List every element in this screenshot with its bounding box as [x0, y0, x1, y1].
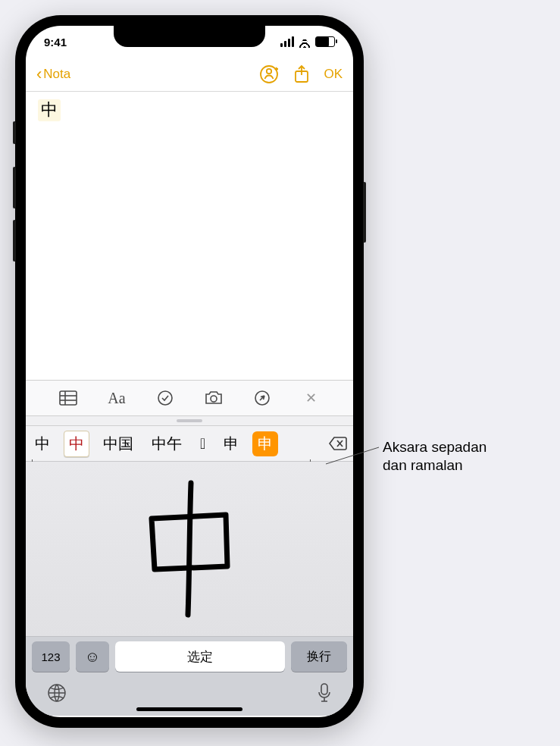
- numbers-key[interactable]: 123: [32, 641, 70, 672]
- done-button[interactable]: OK: [324, 67, 343, 82]
- note-editor[interactable]: 中: [26, 92, 353, 380]
- candidate-1[interactable]: 中: [64, 431, 89, 457]
- space-key[interactable]: 选定: [115, 641, 285, 672]
- camera-icon: [204, 390, 224, 406]
- share-icon: [293, 64, 310, 84]
- nav-bar: ‹ Nota: [26, 58, 353, 92]
- candidate-2[interactable]: 中国: [99, 431, 138, 457]
- callout-line-1: Aksara sepadan: [383, 438, 486, 456]
- close-toolbar-button[interactable]: ✕: [300, 387, 321, 409]
- globe-key[interactable]: [47, 683, 67, 706]
- svg-rect-5: [60, 391, 77, 405]
- collaborate-button[interactable]: [260, 64, 280, 84]
- share-button[interactable]: [293, 64, 310, 84]
- note-text: 中: [38, 99, 61, 121]
- camera-button[interactable]: [203, 387, 224, 409]
- power-button: [363, 182, 366, 243]
- battery-icon: [315, 36, 335, 47]
- candidate-4[interactable]: 𠀐: [196, 432, 210, 456]
- text-format-button[interactable]: Aa: [106, 387, 127, 409]
- keyboard-grabber[interactable]: [26, 416, 353, 426]
- status-time: 9:41: [44, 36, 67, 49]
- mic-icon: [317, 682, 332, 704]
- return-key[interactable]: 换行: [291, 641, 347, 672]
- checklist-icon: [157, 390, 174, 406]
- checklist-button[interactable]: [155, 387, 176, 409]
- wifi-icon: [299, 36, 311, 48]
- home-indicator[interactable]: [136, 707, 242, 711]
- volume-up-button: [13, 167, 16, 208]
- callout-line-2: dan ramalan: [383, 456, 486, 475]
- svg-point-0: [267, 69, 271, 74]
- globe-icon: [47, 683, 67, 703]
- backspace-button[interactable]: [327, 433, 349, 454]
- svg-rect-15: [321, 684, 327, 694]
- close-icon: ✕: [305, 390, 317, 406]
- candidate-5[interactable]: 申: [219, 431, 243, 457]
- candidate-6[interactable]: 申: [252, 431, 278, 456]
- markup-icon: [254, 390, 271, 406]
- handwritten-stroke: [129, 477, 250, 621]
- status-bar: 9:41: [26, 26, 353, 58]
- text-format-icon: Aa: [108, 390, 125, 407]
- table-icon: [59, 390, 77, 406]
- phone-frame: 9:41 ‹ Nota: [15, 15, 364, 728]
- volume-down-button: [13, 220, 16, 262]
- back-button[interactable]: ‹ Nota: [36, 66, 70, 83]
- backspace-icon: [328, 436, 348, 451]
- svg-point-10: [211, 396, 217, 402]
- svg-point-9: [158, 391, 172, 405]
- callout-label: Aksara sepadan dan ramalan: [383, 438, 486, 475]
- keyboard-bottom-row: 123 ☺ 选定 换行: [26, 637, 353, 676]
- screen: 9:41 ‹ Nota: [26, 26, 353, 717]
- candidate-0[interactable]: 中: [30, 431, 55, 457]
- collaborate-icon: [260, 64, 280, 84]
- format-toolbar: Aa: [26, 380, 353, 416]
- dictation-key[interactable]: [317, 682, 332, 707]
- cellular-signal-icon: [280, 36, 294, 47]
- chevron-left-icon: ‹: [36, 66, 42, 83]
- markup-button[interactable]: [252, 387, 273, 409]
- table-button[interactable]: [58, 387, 79, 409]
- emoji-icon: ☺: [85, 648, 100, 666]
- handwriting-area[interactable]: [26, 462, 353, 637]
- back-label: Nota: [43, 67, 70, 82]
- emoji-key[interactable]: ☺: [76, 641, 109, 672]
- candidate-bar: 中 中 中国 中午 𠀐 申 申: [26, 426, 353, 462]
- mute-switch: [13, 121, 16, 144]
- candidate-3[interactable]: 中午: [147, 431, 186, 457]
